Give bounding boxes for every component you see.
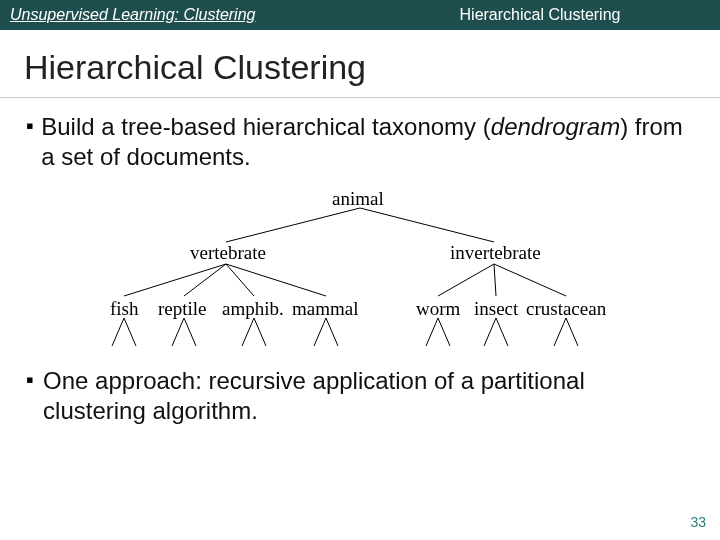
svg-line-3 (184, 264, 226, 296)
leaf-mammal: mammal (292, 298, 358, 320)
bullet-2: ▪ One approach: recursive application of… (26, 366, 694, 426)
svg-line-16 (326, 318, 338, 346)
page-number: 33 (690, 514, 706, 530)
bullet-2-text: One approach: recursive application of a… (43, 366, 694, 426)
leaf-insect: insect (474, 298, 518, 320)
bullet-1-b: dendrogram (491, 113, 620, 140)
svg-line-1 (360, 208, 494, 242)
slide: Unsupervised Learning: Clustering Hierar… (0, 0, 720, 540)
leaf-reptile: reptile (158, 298, 207, 320)
leaf-amphib: amphib. (222, 298, 284, 320)
bullet-1-text: Build a tree-based hierarchical taxonomy… (41, 112, 694, 172)
svg-line-9 (112, 318, 124, 346)
svg-line-7 (494, 264, 496, 296)
svg-line-5 (226, 264, 326, 296)
bullet-mark: ▪ (26, 112, 41, 172)
svg-line-13 (242, 318, 254, 346)
leaf-fish: fish (110, 298, 139, 320)
svg-line-2 (124, 264, 226, 296)
svg-line-11 (172, 318, 184, 346)
leaf-worm: worm (416, 298, 460, 320)
svg-line-6 (438, 264, 494, 296)
svg-line-8 (494, 264, 566, 296)
topbar: Unsupervised Learning: Clustering Hierar… (0, 0, 720, 30)
svg-line-20 (496, 318, 508, 346)
body: ▪ Build a tree-based hierarchical taxono… (0, 112, 720, 426)
svg-line-18 (438, 318, 450, 346)
bullet-1: ▪ Build a tree-based hierarchical taxono… (26, 112, 694, 172)
svg-line-17 (426, 318, 438, 346)
topbar-left: Unsupervised Learning: Clustering (0, 0, 360, 30)
title-rule (0, 97, 720, 98)
node-vertebrate: vertebrate (190, 242, 266, 264)
svg-line-12 (184, 318, 196, 346)
svg-line-10 (124, 318, 136, 346)
bullet-1-a: Build a tree-based hierarchical taxonomy… (41, 113, 491, 140)
svg-line-0 (226, 208, 360, 242)
node-invertebrate: invertebrate (450, 242, 541, 264)
leaf-crustacean: crustacean (526, 298, 606, 320)
bullet-mark: ▪ (26, 366, 43, 426)
dendrogram-svg (26, 186, 694, 366)
svg-line-22 (566, 318, 578, 346)
svg-line-14 (254, 318, 266, 346)
dendrogram: animal vertebrate invertebrate fish rept… (26, 186, 694, 366)
page-title: Hierarchical Clustering (0, 30, 720, 97)
svg-line-19 (484, 318, 496, 346)
svg-line-21 (554, 318, 566, 346)
svg-line-15 (314, 318, 326, 346)
node-root: animal (332, 188, 384, 210)
topbar-right: Hierarchical Clustering (360, 0, 720, 30)
